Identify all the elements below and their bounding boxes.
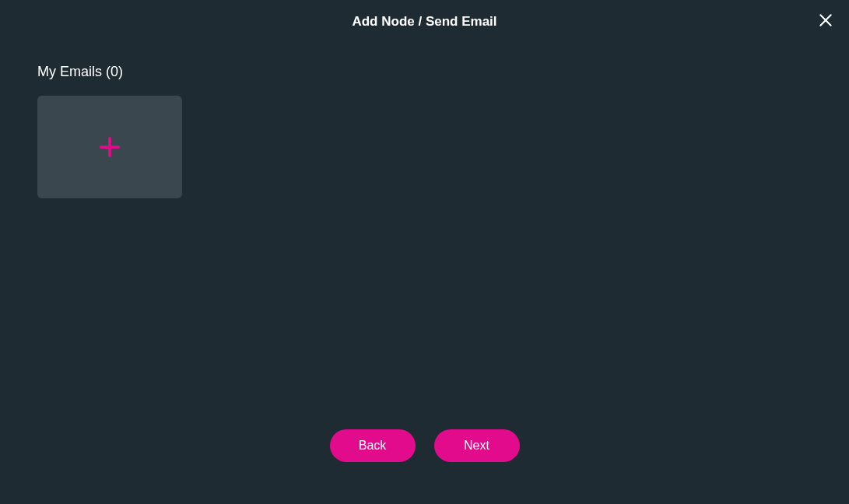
next-button[interactable]: Next [434, 429, 520, 462]
close-icon [818, 12, 833, 28]
modal-content: My Emails (0) [0, 30, 849, 429]
plus-icon [98, 135, 121, 159]
close-button[interactable] [815, 9, 837, 31]
add-node-modal: Add Node / Send Email My Emails (0) Back… [0, 0, 849, 504]
section-title: My Emails (0) [37, 64, 812, 80]
back-button[interactable]: Back [330, 429, 416, 462]
modal-title: Add Node / Send Email [0, 14, 849, 30]
modal-header: Add Node / Send Email [0, 0, 849, 30]
modal-footer: Back Next [0, 429, 849, 504]
add-email-card[interactable] [37, 96, 182, 198]
